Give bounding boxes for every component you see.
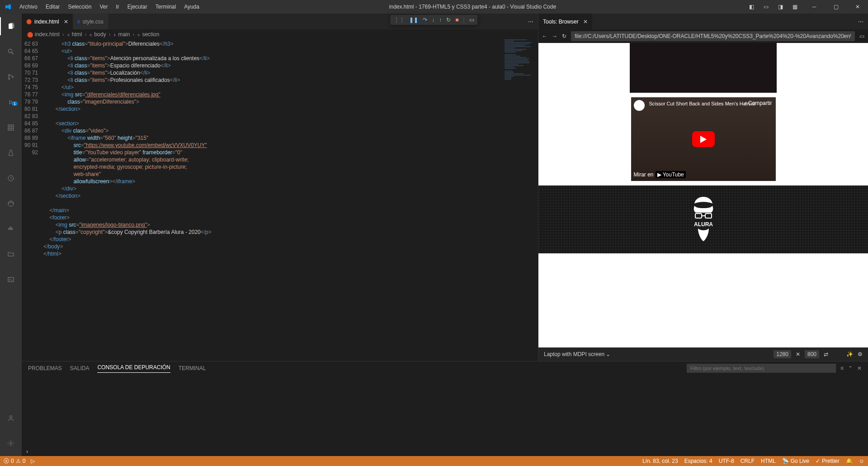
debug-pause-icon[interactable]: ❚❚ [409, 17, 418, 23]
svg-rect-12 [10, 228, 11, 230]
vscode-logo-icon [0, 3, 16, 10]
menu-editar[interactable]: Editar [42, 2, 63, 12]
toggle-rightbar-icon[interactable]: ◨ [775, 4, 786, 10]
collapse-icon[interactable]: ⌃ [848, 365, 853, 371]
menu-ver[interactable]: Ver [96, 2, 111, 12]
code-content[interactable]: <h3 class="titulo-principal">Diferencial… [43, 39, 502, 361]
html-file-icon: ⬤ [26, 19, 32, 24]
device-height[interactable]: 800 [805, 350, 819, 358]
terminal-body[interactable] [22, 375, 868, 447]
console-icon[interactable] [0, 271, 22, 289]
close-button[interactable]: ✕ [847, 0, 868, 14]
code-editor[interactable]: 62 63 64 65 66 67 68 69 70 71 72 73 74 7… [22, 39, 538, 361]
tab-close-icon[interactable]: ✕ [64, 19, 68, 25]
share-icon[interactable]: ↗ Compartir [743, 100, 772, 106]
scm-icon[interactable] [0, 68, 22, 86]
debug-devtools-icon[interactable]: ▭ [469, 17, 474, 23]
testing-icon[interactable] [0, 144, 22, 162]
debug-restart-icon[interactable]: ↻ [446, 17, 451, 23]
play-button-icon[interactable] [692, 131, 715, 147]
debug-stepin-icon[interactable]: ↓ [432, 17, 434, 23]
device-select[interactable]: Laptop with MDPI screen ⌄ [544, 351, 610, 357]
account-icon[interactable] [0, 409, 22, 427]
browser-forward-icon[interactable]: → [552, 33, 557, 39]
indentation[interactable]: Espacios: 4 [684, 458, 712, 464]
folder-icon[interactable] [0, 245, 22, 263]
magic-icon[interactable]: ✨ [846, 351, 853, 357]
debug-drag-icon[interactable]: ⋮⋮ [394, 17, 405, 23]
menu-seleccion[interactable]: Selección [64, 2, 95, 12]
language-mode[interactable]: HTML [761, 458, 776, 464]
watch-on-youtube[interactable]: Mirar en ▶ YouTube [634, 171, 686, 178]
eol[interactable]: CRLF [741, 458, 755, 464]
cursor-position[interactable]: Lín. 83, col. 23 [642, 458, 678, 464]
tab-index-html[interactable]: ⬤ index.html ✕ [22, 14, 73, 29]
search-icon[interactable] [0, 43, 22, 61]
encoding[interactable]: UTF-8 [719, 458, 734, 464]
browser-address-input[interactable] [571, 31, 855, 41]
svg-line-1 [12, 52, 14, 54]
settings-icon[interactable] [0, 434, 22, 452]
channel-avatar [634, 100, 645, 111]
breadcrumb-footer[interactable]: › [22, 447, 868, 456]
settings-icon[interactable]: ≡ [840, 365, 844, 371]
maximize-button[interactable]: ▢ [826, 0, 846, 14]
minimap[interactable] [502, 39, 538, 361]
filter-input[interactable] [687, 364, 836, 373]
feedback-icon[interactable]: ☺ [859, 458, 864, 464]
debug-icon[interactable]: 1 [0, 93, 22, 111]
devtools-icon[interactable]: ⚙ [858, 351, 863, 357]
device-width[interactable]: 1280 [774, 350, 791, 358]
browser-back-icon[interactable]: ← [542, 33, 547, 39]
menu-ir[interactable]: Ir [112, 2, 123, 12]
close-icon[interactable]: ✕ [796, 351, 800, 357]
debug-status-icon[interactable]: ▷ [31, 457, 35, 465]
minimize-button[interactable]: ─ [804, 0, 825, 14]
svg-rect-8 [11, 125, 14, 127]
rotate-icon[interactable]: ⇄ [824, 351, 828, 357]
svg-rect-5 [8, 125, 10, 127]
menu-ejecutar[interactable]: Ejecutar [124, 2, 151, 12]
tab-style-css[interactable]: # style.css [73, 14, 108, 29]
customize-layout-icon[interactable]: ▦ [789, 4, 800, 10]
tab-close-icon[interactable]: ✕ [583, 19, 588, 25]
browser-preview[interactable]: Scissor Cut Short Back and Sides Men's H… [538, 43, 868, 347]
go-live[interactable]: 📡 Go Live [782, 458, 809, 464]
editor-more-icon[interactable]: ⋯ [854, 19, 868, 25]
prettier-status[interactable]: ✓ Prettier [816, 458, 840, 464]
extensions-icon[interactable] [0, 119, 22, 137]
breadcrumb[interactable]: ⬤ index.html › ⬨ html › ⬨ body › ⬨ main … [22, 29, 538, 39]
menu-terminal[interactable]: Terminal [152, 2, 179, 12]
window-title: index.html - 1769-HTML5 y CSS3 parte4 - … [203, 4, 742, 10]
toggle-sidebar-icon[interactable]: ◧ [746, 4, 757, 10]
notifications-icon[interactable]: 🔔 [846, 458, 853, 464]
debug-stepover-icon[interactable]: ↷ [423, 17, 427, 23]
svg-point-0 [9, 49, 12, 53]
preview-video[interactable]: Scissor Cut Short Back and Sides Men's H… [631, 97, 776, 181]
debug-toolbar[interactable]: ⋮⋮ ❚❚ ↷ ↓ ↑ ↻ ■ | ▭ [390, 15, 477, 25]
docker-icon[interactable] [0, 220, 22, 238]
main-menu: Archivo Editar Selección Ver Ir Ejecutar… [16, 2, 203, 12]
tab-problemas[interactable]: PROBLEMAS [28, 365, 62, 371]
toggle-panel-icon[interactable]: ▭ [760, 4, 771, 10]
editor-more-icon[interactable]: ⋯ [524, 19, 538, 25]
debug-stop-icon[interactable]: ■ [455, 17, 458, 23]
explorer-icon[interactable] [0, 17, 22, 35]
browser-devtools-icon[interactable]: ▭ [859, 33, 864, 39]
edge-icon[interactable] [0, 195, 22, 213]
tab-terminal[interactable]: TERMINAL [179, 365, 206, 371]
debug-stepout-icon[interactable]: ↑ [439, 17, 442, 23]
menu-ayuda[interactable]: Ayuda [180, 2, 203, 12]
tab-label: Tools: Browser [543, 19, 579, 25]
browser-reload-icon[interactable]: ↻ [562, 33, 566, 39]
menu-archivo[interactable]: Archivo [16, 2, 41, 12]
close-icon[interactable]: ✕ [857, 365, 862, 371]
tab-consola[interactable]: CONSOLA DE DEPURACIÓN [97, 364, 170, 373]
tab-salida[interactable]: SALIDA [70, 365, 90, 371]
svg-rect-6 [8, 128, 10, 130]
video-title: Scissor Cut Short Back and Sides Men's H… [649, 101, 755, 106]
errors-count[interactable]: ⓧ 0 ⚠ 0 [4, 457, 25, 465]
browser-tab-tools[interactable]: Tools: Browser ✕ [538, 14, 592, 29]
window-controls: ─ ▢ ✕ [804, 0, 868, 14]
timeline-icon[interactable] [0, 169, 22, 187]
